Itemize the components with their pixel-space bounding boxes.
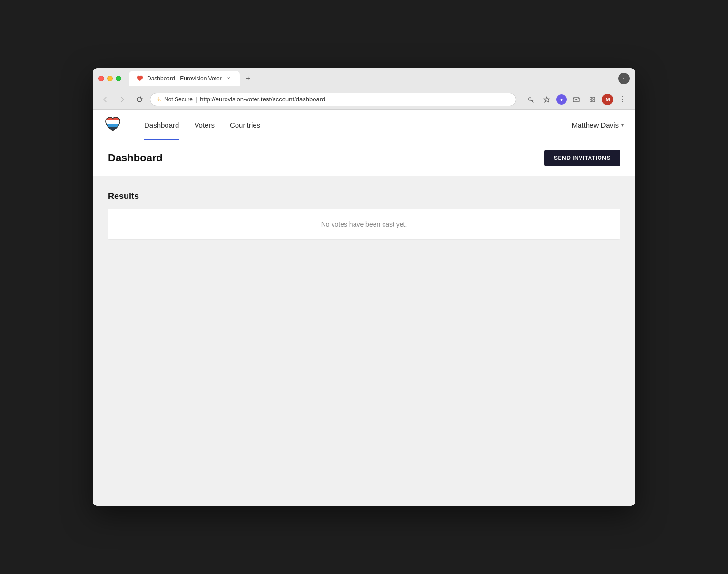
app-logo[interactable] (104, 116, 121, 135)
results-card: No votes have been cast yet. (108, 209, 620, 239)
svg-line-2 (532, 100, 533, 101)
address-separator: | (196, 96, 197, 103)
tab-close-button[interactable]: × (226, 75, 232, 82)
empty-results-message: No votes have been cast yet. (321, 220, 407, 228)
nav-countries[interactable]: Countries (222, 110, 268, 140)
url-display: http://eurovision-voter.test/account/das… (200, 96, 325, 103)
nav-links: Dashboard Voters Countries (137, 110, 572, 140)
back-button[interactable] (98, 93, 112, 106)
send-invitations-button[interactable]: SEND INVITATIONS (544, 150, 620, 166)
tab-favicon (137, 75, 143, 82)
browser-window: Dashboard - Eurovision Voter × + ⋮ ⚠ Not… (93, 68, 635, 506)
title-bar: Dashboard - Eurovision Voter × + ⋮ (93, 68, 635, 89)
more-options-button[interactable]: ⋮ (616, 93, 630, 106)
address-bar: ⚠ Not Secure | http://eurovision-voter.t… (93, 89, 635, 110)
new-tab-button[interactable]: + (242, 72, 255, 85)
forward-button[interactable] (116, 93, 129, 106)
minimize-traffic-light[interactable] (107, 76, 113, 81)
main-content: Results No votes have been cast yet. (93, 176, 635, 506)
user-menu[interactable]: Matthew Davis ▾ (572, 121, 624, 129)
active-tab[interactable]: Dashboard - Eurovision Voter × (129, 71, 240, 86)
url-path: /account/dashboard (271, 96, 325, 103)
user-name: Matthew Davis (572, 121, 619, 129)
not-secure-label: Not Secure (164, 96, 193, 103)
address-bar-icons: ● M ⋮ (524, 93, 630, 106)
traffic-lights (98, 76, 121, 81)
svg-marker-3 (544, 97, 550, 102)
svg-rect-10 (106, 120, 120, 124)
extension-icon-1[interactable]: ● (556, 94, 567, 105)
password-icon (524, 93, 537, 106)
extensions-icon: ⋮ (618, 73, 630, 84)
refresh-button[interactable] (133, 93, 146, 106)
window-controls: ⋮ (618, 73, 630, 84)
extensions-puzzle-icon[interactable] (586, 93, 599, 106)
svg-rect-8 (593, 100, 595, 102)
nav-voters[interactable]: Voters (187, 110, 222, 140)
mail-icon[interactable] (570, 93, 583, 106)
user-menu-chevron: ▾ (621, 122, 624, 128)
chrome-user-avatar[interactable]: M (602, 94, 613, 105)
security-warning-icon: ⚠ (156, 96, 161, 103)
tab-bar: Dashboard - Eurovision Voter × + (129, 71, 614, 86)
tab-title: Dashboard - Eurovision Voter (147, 75, 222, 82)
svg-rect-7 (590, 100, 592, 102)
page-title: Dashboard (108, 152, 163, 164)
results-title: Results (108, 191, 620, 201)
app-nav: Dashboard Voters Countries Matthew Davis… (93, 110, 635, 140)
address-input[interactable]: ⚠ Not Secure | http://eurovision-voter.t… (150, 93, 516, 106)
nav-dashboard[interactable]: Dashboard (137, 110, 187, 140)
close-traffic-light[interactable] (98, 76, 104, 81)
svg-rect-6 (593, 97, 595, 99)
svg-rect-5 (590, 97, 592, 99)
page-header: Dashboard SEND INVITATIONS (93, 140, 635, 176)
maximize-traffic-light[interactable] (116, 76, 121, 81)
app-content: Dashboard Voters Countries Matthew Davis… (93, 110, 635, 506)
url-domain: http://eurovision-voter.test (200, 96, 271, 103)
results-section: Results No votes have been cast yet. (108, 191, 620, 239)
bookmark-icon[interactable] (540, 93, 553, 106)
